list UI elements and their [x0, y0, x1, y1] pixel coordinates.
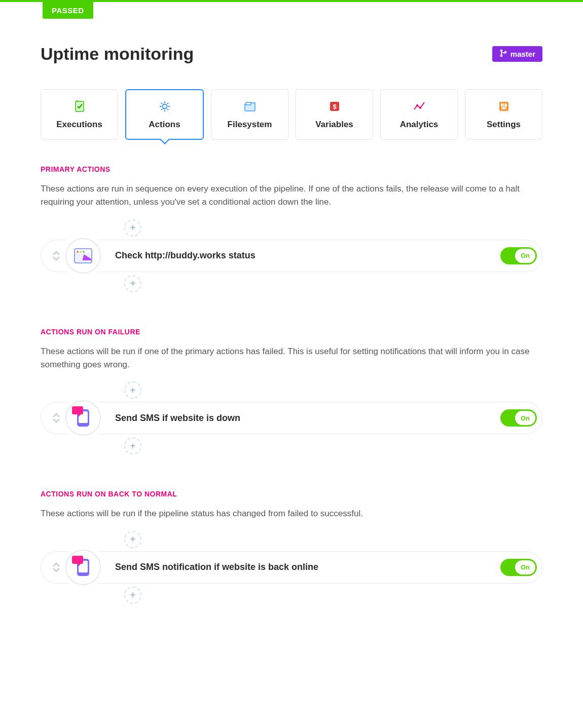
- branch-label: master: [511, 50, 535, 58]
- svg-rect-3: [76, 101, 84, 111]
- toggle-label: On: [515, 560, 535, 574]
- svg-point-9: [419, 107, 421, 109]
- actions-icon: [158, 99, 172, 113]
- section-heading-primary: PRIMARY ACTIONS: [41, 165, 542, 173]
- section-heading-backnormal: ACTIONS RUN ON BACK TO NORMAL: [41, 490, 542, 498]
- tab-label: Settings: [487, 120, 521, 130]
- add-action-before-button[interactable]: +: [124, 531, 141, 548]
- section-desc-failure: These actions will be run if one of the …: [41, 345, 542, 372]
- plus-icon: +: [130, 278, 136, 289]
- section-desc-backnormal: These actions will be run if the pipelin…: [41, 507, 542, 520]
- svg-point-16: [505, 104, 506, 106]
- executions-icon: [72, 99, 87, 113]
- action-row-sms-back-online[interactable]: Send SMS notification if website is back…: [41, 551, 542, 584]
- svg-point-15: [503, 107, 504, 108]
- add-action-after-button[interactable]: +: [124, 275, 141, 292]
- action-row-check-status[interactable]: Check http://buddy.works status On: [41, 240, 542, 272]
- action-gear: [65, 550, 101, 585]
- drag-handle[interactable]: [52, 562, 60, 572]
- tab-filesystem[interactable]: Filesystem: [211, 89, 288, 140]
- page-title: Uptime monitoring: [41, 44, 194, 64]
- toggle-label: On: [515, 249, 535, 263]
- action-title: Check http://buddy.works status: [115, 250, 500, 261]
- plus-icon: +: [130, 534, 136, 545]
- drag-handle[interactable]: [52, 413, 60, 423]
- plus-icon: +: [130, 590, 136, 600]
- svg-point-4: [162, 104, 167, 109]
- branch-pill[interactable]: master: [492, 46, 542, 62]
- branch-icon: [499, 49, 507, 59]
- tab-analytics[interactable]: Analytics: [380, 89, 458, 140]
- sms-phone-icon: [74, 408, 93, 428]
- tab-label: Filesystem: [228, 120, 272, 130]
- section-heading-failure: ACTIONS RUN ON FAILURE: [41, 328, 542, 336]
- svg-point-8: [416, 104, 418, 106]
- add-action-after-button[interactable]: +: [124, 587, 141, 604]
- tab-label: Executions: [56, 120, 102, 130]
- action-gear: [65, 238, 101, 274]
- filesystem-icon: [243, 99, 257, 113]
- tab-executions[interactable]: Executions: [41, 89, 118, 140]
- svg-point-14: [501, 104, 502, 105]
- section-desc-primary: These actions are run in sequence on eve…: [41, 182, 542, 209]
- add-action-after-button[interactable]: +: [124, 437, 141, 454]
- plus-icon: +: [130, 222, 136, 233]
- action-title: Send SMS notification if website is back…: [115, 562, 500, 572]
- add-action-before-button[interactable]: +: [124, 381, 141, 399]
- action-toggle[interactable]: On: [500, 409, 537, 427]
- tab-label: Analytics: [400, 120, 439, 130]
- action-gear: [65, 400, 101, 436]
- sms-phone-icon: [74, 558, 93, 577]
- svg-text:$: $: [333, 103, 337, 110]
- action-toggle[interactable]: On: [500, 247, 537, 264]
- action-title: Send SMS if website is down: [115, 413, 500, 424]
- variables-icon: $: [327, 99, 342, 113]
- status-badge: PASSED: [43, 2, 93, 19]
- toggle-label: On: [515, 411, 535, 425]
- settings-icon: [497, 99, 511, 113]
- plus-icon: +: [130, 385, 136, 396]
- plus-icon: +: [130, 441, 136, 451]
- svg-point-1: [500, 55, 502, 56]
- tabs: Executions Actions Filesystem $ Variable…: [41, 89, 542, 140]
- browser-window-icon: [74, 246, 93, 265]
- svg-point-0: [500, 50, 502, 51]
- tab-label: Variables: [315, 120, 353, 130]
- drag-handle[interactable]: [52, 251, 60, 261]
- action-toggle[interactable]: On: [500, 559, 537, 576]
- tab-variables[interactable]: $ Variables: [296, 89, 373, 140]
- tab-label: Actions: [149, 120, 180, 130]
- action-row-sms-down[interactable]: Send SMS if website is down On: [41, 402, 542, 434]
- svg-rect-5: [246, 102, 251, 105]
- tab-actions[interactable]: Actions: [125, 89, 204, 140]
- add-action-before-button[interactable]: +: [124, 219, 141, 237]
- tab-settings[interactable]: Settings: [465, 89, 542, 140]
- analytics-icon: [412, 99, 426, 113]
